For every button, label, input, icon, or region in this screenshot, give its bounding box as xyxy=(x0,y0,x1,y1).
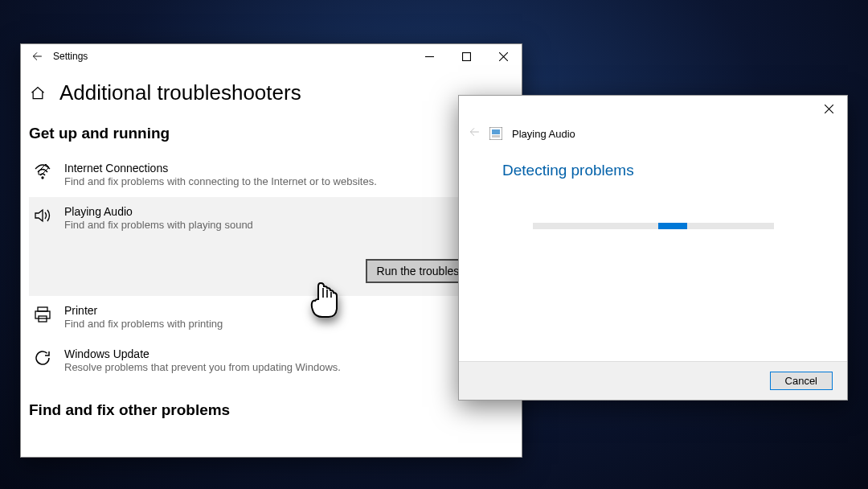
dialog-status: Detecting problems xyxy=(502,162,828,179)
settings-window: Settings Additional troubleshooters Get … xyxy=(20,43,522,458)
svg-rect-3 xyxy=(35,311,50,318)
progress-fill xyxy=(658,223,687,229)
window-title: Settings xyxy=(53,51,411,62)
dialog-app-name: Playing Audio xyxy=(512,128,575,140)
svg-rect-7 xyxy=(492,135,500,138)
page-title: Additional troubleshooters xyxy=(59,80,301,105)
cancel-button[interactable]: Cancel xyxy=(770,372,833,390)
troubleshooter-item-internet[interactable]: Internet Connections Find and fix proble… xyxy=(29,154,514,197)
close-button[interactable] xyxy=(485,44,522,68)
svg-rect-0 xyxy=(462,52,470,60)
section-other-title: Find and fix other problems xyxy=(29,401,514,419)
troubleshooter-item-printer[interactable]: Printer Find and fix problems with print… xyxy=(29,296,514,339)
troubleshooter-item-audio[interactable]: Playing Audio Find and fix problems with… xyxy=(29,197,514,297)
item-label: Printer xyxy=(64,304,223,317)
svg-rect-6 xyxy=(492,129,500,134)
progress-bar xyxy=(533,223,774,229)
home-icon[interactable] xyxy=(29,84,47,102)
dialog-breadcrumb: Playing Audio xyxy=(469,126,828,141)
svg-point-1 xyxy=(42,177,43,179)
troubleshooter-item-update[interactable]: Windows Update Resolve problems that pre… xyxy=(29,339,514,383)
page-content: Additional troubleshooters Get up and ru… xyxy=(21,68,522,438)
titlebar: Settings xyxy=(21,44,522,68)
item-label: Playing Audio xyxy=(64,205,253,218)
section-get-up-title: Get up and running xyxy=(29,125,514,142)
internet-icon xyxy=(32,162,53,183)
page-header: Additional troubleshooters xyxy=(29,80,514,105)
dialog-close-button[interactable] xyxy=(810,96,847,121)
item-desc: Find and fix problems with connecting to… xyxy=(64,175,377,189)
dialog-back-icon xyxy=(469,126,480,141)
dialog-footer: Cancel xyxy=(459,361,847,400)
dialog-titlebar xyxy=(459,96,847,121)
update-icon xyxy=(32,347,53,368)
item-label: Internet Connections xyxy=(64,162,377,175)
item-desc: Resolve problems that prevent you from u… xyxy=(64,360,341,375)
item-desc: Find and fix problems with playing sound xyxy=(64,218,253,232)
dialog-app-icon xyxy=(489,127,502,140)
minimize-button[interactable] xyxy=(411,44,448,68)
svg-rect-2 xyxy=(38,307,47,311)
item-label: Windows Update xyxy=(64,347,341,360)
back-button[interactable] xyxy=(21,44,53,68)
item-desc: Find and fix problems with printing xyxy=(64,317,223,331)
maximize-button[interactable] xyxy=(448,44,485,68)
audio-icon xyxy=(32,205,53,226)
troubleshooter-dialog: Playing Audio Detecting problems Cancel xyxy=(458,95,848,401)
printer-icon xyxy=(32,304,53,325)
